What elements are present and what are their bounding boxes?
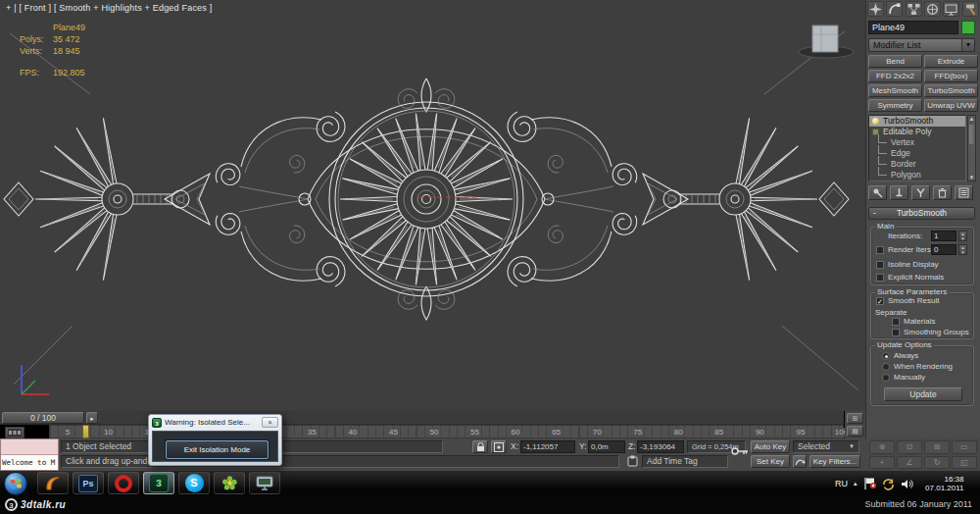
object-name-field[interactable]: Plane49 bbox=[868, 21, 958, 34]
close-icon[interactable]: × bbox=[262, 417, 278, 428]
time-slider-handle[interactable] bbox=[82, 425, 89, 438]
pin-stack-button[interactable] bbox=[868, 185, 887, 200]
smooth-result-checkbox[interactable]: ✓ bbox=[876, 297, 884, 305]
tab-display-icon[interactable] bbox=[943, 1, 959, 17]
trackbar-icon[interactable] bbox=[5, 427, 24, 438]
scrollbar-thumb[interactable] bbox=[969, 125, 974, 144]
modifier-button-ffd2x2x2[interactable]: FFD 2x2x2 bbox=[868, 70, 922, 82]
exit-isolation-mode-button[interactable]: Exit Isolation Mode bbox=[166, 440, 269, 459]
z-coordinate-field[interactable]: -3,193064 bbox=[637, 440, 684, 453]
start-button[interactable] bbox=[4, 472, 27, 495]
macro-recorder-pane[interactable] bbox=[1, 439, 58, 455]
lightbulb-icon[interactable] bbox=[872, 118, 879, 125]
maxscript-mini-listener[interactable]: Welcome to M bbox=[0, 438, 59, 471]
action-center-flag-icon[interactable] bbox=[863, 477, 876, 490]
manually-radio[interactable] bbox=[882, 374, 890, 382]
modifier-button-turbosmooth[interactable]: TurboSmooth bbox=[924, 84, 978, 97]
selection-set-dropdown[interactable]: Selected▼ bbox=[793, 440, 859, 453]
selection-lock-button[interactable] bbox=[472, 440, 488, 453]
render-iters-field[interactable]: 0 bbox=[931, 244, 956, 255]
update-button[interactable]: Update bbox=[884, 387, 962, 401]
chevron-down-icon[interactable]: ▼ bbox=[961, 39, 974, 51]
add-time-tag[interactable]: Add Time Tag bbox=[642, 455, 728, 468]
viewport-front[interactable]: + | [ Front ] [ Smooth + Highlights + Ed… bbox=[0, 0, 865, 411]
render-iters-spinner[interactable]: ▴▾ bbox=[958, 244, 967, 255]
iterations-spinner[interactable]: ▴▾ bbox=[958, 231, 967, 241]
x-coordinate-field[interactable]: -1,112057 bbox=[520, 440, 575, 453]
scroll-up-icon[interactable]: ▲ bbox=[968, 116, 975, 122]
remove-modifier-button[interactable] bbox=[933, 185, 952, 200]
listener-pane[interactable]: Welcome to M bbox=[1, 455, 58, 470]
zoom-region-button[interactable]: ▭ bbox=[952, 440, 977, 454]
remote-desktop-app-icon[interactable] bbox=[249, 472, 280, 494]
stack-item-turbosmooth[interactable]: TurboSmooth bbox=[869, 116, 965, 127]
explicit-normals-label: Explicit Normals bbox=[888, 273, 944, 283]
opera-app-icon[interactable] bbox=[108, 472, 139, 494]
configure-modifier-sets-button[interactable] bbox=[955, 185, 973, 200]
time-slider-button[interactable]: 0 / 100 bbox=[2, 412, 84, 424]
orbit-button[interactable]: ↻ bbox=[924, 456, 950, 470]
viewport-canvas[interactable] bbox=[0, 0, 865, 411]
iterations-label: Iterations: bbox=[888, 231, 922, 241]
zoom-button[interactable]: ⊕ bbox=[869, 440, 895, 454]
modifier-list-dropdown[interactable]: Modifier List ▼ bbox=[868, 38, 975, 52]
stack-scrollbar[interactable]: ▲ ▼ bbox=[967, 115, 976, 181]
iterations-field[interactable]: 1 bbox=[931, 231, 956, 241]
scroll-down-icon[interactable]: ▼ bbox=[968, 175, 975, 180]
pan-button[interactable]: + bbox=[869, 456, 895, 470]
dialog-title-bar[interactable]: з Warning: Isolated Sele... × bbox=[149, 415, 281, 430]
tab-modify-icon[interactable] bbox=[886, 1, 903, 17]
hidden-icons-arrow[interactable]: ▴ bbox=[854, 480, 858, 488]
language-indicator[interactable]: RU bbox=[835, 479, 848, 488]
time-configuration-button[interactable]: ▤ bbox=[847, 426, 863, 437]
3dsmax-app-icon[interactable]: з bbox=[143, 472, 174, 494]
x-label: X: bbox=[511, 440, 518, 453]
launcher-app-icon[interactable] bbox=[37, 472, 69, 494]
tab-create-icon[interactable] bbox=[867, 1, 884, 17]
set-key-mode-icon[interactable] bbox=[793, 455, 807, 468]
isoline-display-checkbox[interactable] bbox=[876, 261, 884, 269]
auto-key-button[interactable]: Auto Key bbox=[751, 440, 790, 453]
fov-button[interactable]: ∠ bbox=[897, 456, 922, 470]
when-rendering-radio[interactable] bbox=[882, 363, 890, 371]
set-key-button[interactable]: Set Key bbox=[751, 455, 790, 468]
always-radio[interactable] bbox=[882, 352, 890, 360]
modifier-button-symmetry[interactable]: Symmetry bbox=[868, 99, 922, 112]
modifier-button-ffdbox[interactable]: FFD(box) bbox=[924, 70, 978, 82]
icq-app-icon[interactable] bbox=[214, 472, 245, 494]
collapse-icon[interactable]: - bbox=[873, 208, 876, 219]
chevron-down-icon[interactable]: ▼ bbox=[849, 441, 855, 452]
y-coordinate-field[interactable]: 0,0m bbox=[588, 440, 625, 453]
next-frame-button[interactable]: ▸ bbox=[86, 412, 98, 424]
volume-icon[interactable] bbox=[901, 478, 913, 490]
maximize-viewport-button[interactable]: ◱ bbox=[952, 456, 977, 470]
tab-motion-icon[interactable] bbox=[924, 1, 941, 17]
make-unique-button[interactable] bbox=[911, 185, 930, 200]
explicit-normals-checkbox[interactable] bbox=[876, 274, 884, 282]
absolute-mode-button[interactable] bbox=[491, 440, 507, 453]
render-iters-checkbox[interactable] bbox=[876, 246, 884, 254]
time-tag-icon[interactable] bbox=[627, 455, 639, 467]
show-end-result-button[interactable] bbox=[890, 185, 908, 200]
viewport-label[interactable]: + | [ Front ] [ Smooth + Highlights + Ed… bbox=[6, 3, 212, 13]
modifier-button-meshsmooth[interactable]: MeshSmooth bbox=[868, 84, 922, 97]
update-tray-icon[interactable] bbox=[882, 478, 895, 490]
tab-hierarchy-icon[interactable] bbox=[906, 1, 922, 17]
skype-app-icon[interactable]: S bbox=[178, 472, 210, 494]
object-color-swatch[interactable] bbox=[961, 21, 975, 34]
open-mini-curve-editor-button[interactable]: ⊞ bbox=[847, 413, 863, 424]
smoothing-groups-checkbox[interactable] bbox=[892, 329, 900, 336]
stack-item-polygon[interactable]: Polygon bbox=[869, 170, 965, 180]
tray-clock[interactable]: 16:38 07.01.2011 bbox=[919, 475, 964, 492]
modifier-button-extrude[interactable]: Extrude bbox=[924, 55, 978, 68]
tab-utilities-icon[interactable] bbox=[962, 1, 979, 17]
photoshop-app-icon[interactable]: Ps bbox=[73, 472, 104, 494]
zoom-all-button[interactable]: ⊞ bbox=[924, 440, 950, 454]
time-slider-track[interactable] bbox=[0, 411, 844, 425]
modifier-button-bend[interactable]: Bend bbox=[868, 55, 922, 68]
zoom-extents-button[interactable]: ⊡ bbox=[897, 440, 922, 454]
modifier-button-unwrapuvw[interactable]: Unwrap UVW bbox=[924, 99, 978, 112]
turbosmooth-rollout-header[interactable]: - TurboSmooth bbox=[868, 207, 975, 220]
materials-checkbox[interactable] bbox=[892, 318, 900, 326]
key-filters-button[interactable]: Key Filters... bbox=[809, 455, 860, 468]
